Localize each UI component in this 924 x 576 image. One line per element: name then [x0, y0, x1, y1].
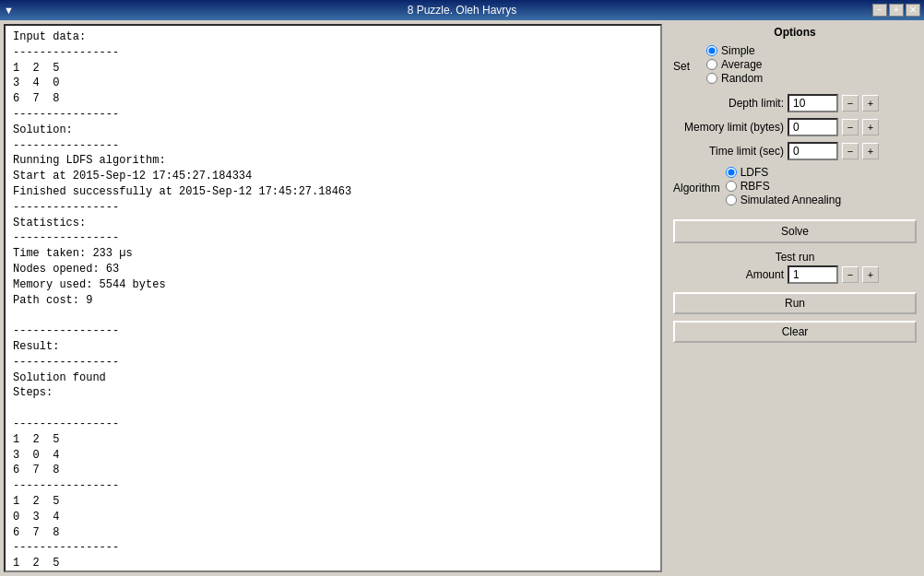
set-row: Set Simple Average Random — [673, 44, 917, 88]
radio-random[interactable] — [706, 73, 717, 84]
time-limit-decrement[interactable]: − — [842, 143, 859, 159]
radio-average-label: Average — [721, 58, 762, 71]
radio-rbfs-row: RBFS — [726, 180, 770, 193]
close-button[interactable]: ✕ — [906, 4, 920, 17]
set-label: Set — [673, 60, 701, 73]
radio-sa-label: Simulated Annealing — [740, 194, 841, 206]
radio-average-row: Average — [706, 58, 762, 71]
radio-simple-label: Simple — [721, 44, 755, 57]
depth-limit-label: Depth limit: — [673, 97, 784, 110]
main-layout: Options Set Simple Average Random — [0, 20, 924, 576]
time-limit-label: Time limit (sec) — [673, 145, 784, 158]
window-title: 8 Puzzle. Oleh Havrys — [408, 4, 517, 17]
clear-button[interactable]: Clear — [673, 321, 917, 343]
radio-ldfs-label: LDFS — [740, 166, 769, 179]
memory-limit-increment[interactable]: + — [862, 119, 879, 135]
radio-ldfs[interactable] — [726, 167, 737, 178]
depth-limit-row: Depth limit: − + — [673, 94, 917, 112]
test-run-label: Test run — [673, 251, 917, 264]
radio-random-row: Random — [706, 72, 763, 85]
memory-limit-input[interactable] — [788, 118, 838, 136]
amount-input[interactable] — [788, 265, 838, 284]
memory-limit-label: Memory limit (bytes) — [673, 121, 784, 134]
time-limit-row: Time limit (sec) − + — [673, 142, 917, 160]
memory-limit-decrement[interactable]: − — [842, 119, 859, 135]
radio-sa-row: Simulated Annealing — [726, 194, 841, 206]
depth-limit-increment[interactable]: + — [862, 95, 879, 112]
amount-label: Amount — [673, 268, 784, 281]
radio-simple-row: Simple — [706, 44, 755, 57]
memory-limit-row: Memory limit (bytes) − + — [673, 118, 917, 136]
radio-rbfs[interactable] — [726, 181, 737, 192]
run-button[interactable]: Run — [673, 292, 917, 314]
radio-rbfs-label: RBFS — [740, 180, 770, 193]
radio-average[interactable] — [706, 59, 717, 70]
radio-ldfs-row: LDFS — [726, 166, 769, 179]
depth-limit-decrement[interactable]: − — [842, 95, 859, 112]
algorithm-label: Algorithm — [673, 182, 720, 194]
output-textarea[interactable] — [4, 24, 662, 572]
minimize-button[interactable]: − — [872, 4, 887, 17]
radio-sa[interactable] — [726, 194, 737, 206]
amount-increment[interactable]: + — [862, 266, 879, 283]
test-run-section: Test run Amount − + — [673, 251, 917, 286]
depth-limit-input[interactable] — [788, 94, 838, 112]
solve-button[interactable]: Solve — [673, 219, 917, 243]
time-limit-increment[interactable]: + — [862, 143, 879, 159]
output-panel — [0, 20, 666, 576]
amount-row: Amount − + — [673, 265, 917, 284]
maximize-button[interactable]: + — [889, 4, 904, 17]
time-limit-input[interactable] — [788, 142, 838, 160]
radio-random-label: Random — [721, 72, 763, 85]
right-panel: Options Set Simple Average Random — [666, 20, 924, 576]
amount-decrement[interactable]: − — [842, 266, 859, 283]
algorithm-row: Algorithm LDFS RBFS Simulated Annealing — [673, 166, 917, 210]
options-label: Options — [673, 26, 917, 39]
radio-simple[interactable] — [706, 45, 717, 56]
titlebar: ▼ 8 Puzzle. Oleh Havrys − + ✕ — [0, 0, 924, 20]
titlebar-menu-icon: ▼ — [4, 5, 14, 16]
